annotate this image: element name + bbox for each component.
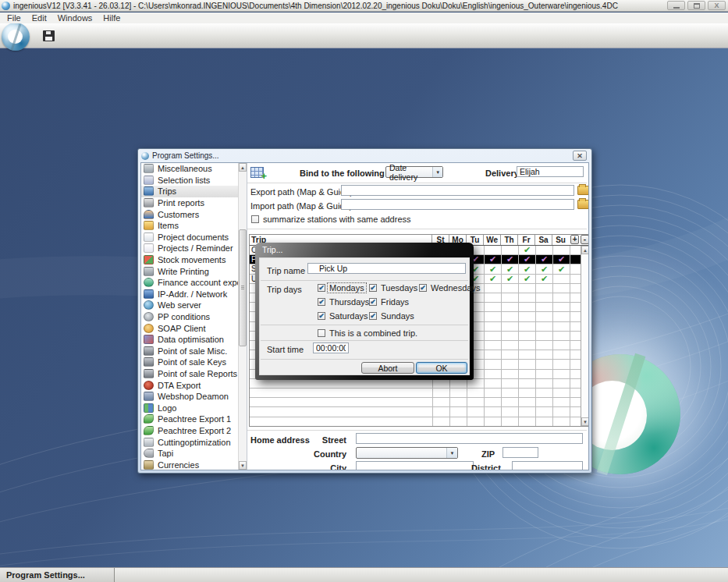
menu-edit[interactable]: Edit (28, 13, 54, 23)
city-input[interactable] (356, 461, 474, 470)
checkbox-box[interactable]: ✔ (369, 312, 377, 320)
sidebar-item-cuttingoptimization[interactable]: Cuttingoptimization (141, 436, 238, 448)
sidebar-item-soap-client[interactable]: SOAP Client (141, 322, 238, 334)
checkbox-box[interactable]: ✔ (318, 312, 325, 320)
day-checkbox-thursdays[interactable]: ✔Thursdays (318, 297, 371, 307)
abort-button[interactable]: Abort (361, 362, 414, 374)
trip-day-cell-sa[interactable]: ✔ (535, 275, 552, 283)
sidebar-item-finance-account-export[interactable]: Finance account export (141, 277, 238, 289)
scroll-up-icon[interactable]: ▲ (239, 163, 247, 172)
grid-scroll-up-icon[interactable]: ▲ (581, 246, 588, 254)
trip-day-cell-fr[interactable]: ✔ (518, 255, 535, 264)
sidebar-item-customers[interactable]: Customers (141, 208, 238, 220)
trip-day-cell-sa[interactable]: ✔ (535, 255, 552, 264)
trip-day-cell-we[interactable]: ✔ (484, 275, 501, 283)
sidebar-item-dta-export[interactable]: DTA Export (141, 379, 238, 391)
sidebar-item-peachtree-export-1[interactable]: Peachtree Export 1 (141, 413, 238, 425)
sidebar-item-point-of-sale-reports[interactable]: Point of sale Reports (141, 368, 238, 380)
trip-day-cell-fr[interactable]: ✔ (518, 275, 535, 283)
day-checkbox-sundays[interactable]: ✔Sundays (369, 311, 416, 321)
checkbox-box[interactable]: ✔ (369, 284, 377, 292)
trip-day-cell-th[interactable]: ✔ (501, 264, 518, 273)
sidebar-item-point-of-sale-keys[interactable]: Point of sale Keys (141, 357, 238, 368)
trip-day-cell-we[interactable]: ✔ (484, 264, 501, 273)
trip-day-cell-fr[interactable]: ✔ (518, 246, 535, 254)
sidebar-item-stock-movements[interactable]: Stock movements (141, 254, 238, 266)
day-checkbox-fridays[interactable]: ✔Fridays (369, 297, 410, 307)
day-checkbox-saturdays[interactable]: ✔Saturdays (318, 311, 370, 321)
street-input[interactable] (356, 433, 583, 444)
sidebar-scrollbar[interactable]: ▲ ▼ (238, 163, 247, 470)
scroll-down-icon[interactable]: ▼ (239, 461, 247, 470)
sidebar-item-projects-reminder[interactable]: Projects / Reminder (141, 243, 238, 254)
trip-day-cell-th[interactable]: ✔ (501, 255, 518, 264)
trip-name-input[interactable] (307, 263, 466, 274)
checkbox-box[interactable]: ✔ (318, 298, 325, 306)
sidebar-item-print-reports[interactable]: Print reports (141, 197, 238, 209)
day-checkbox-tuesdays[interactable]: ✔Tuesdays (369, 283, 419, 293)
trip-day-cell-su[interactable]: ✔ (552, 255, 570, 264)
country-dropdown[interactable]: ▼ (356, 447, 458, 459)
delivery-input[interactable] (517, 166, 584, 177)
settings-close-button[interactable]: ✕ (573, 151, 587, 161)
sidebar-item-write-printing[interactable]: Write Printing (141, 265, 238, 277)
sidebar-item-tapi[interactable]: Tapi (141, 448, 238, 460)
checkbox-box[interactable]: ✔ (369, 298, 377, 306)
add-trip-button[interactable]: + (570, 235, 579, 244)
sidebar-item-logo[interactable]: Logo (141, 402, 238, 413)
close-button[interactable]: X (708, 1, 726, 10)
trip-day-cell-sa[interactable]: ✔ (535, 264, 552, 273)
summarize-checkbox-box[interactable] (251, 215, 259, 223)
checkbox-box[interactable]: ✔ (419, 284, 427, 292)
trip-day-cell-sa[interactable] (535, 246, 552, 254)
minimize-button[interactable] (667, 1, 685, 10)
sidebar-item-trips[interactable]: Trips (141, 186, 238, 197)
menu-hilfe[interactable]: Hilfe (99, 13, 127, 23)
settings-titlebar[interactable]: Program Settings... ✕ (138, 149, 591, 161)
day-checkbox-wednesdays[interactable]: ✔Wednesdays (419, 283, 481, 293)
sidebar-item-point-of-sale-misc-[interactable]: Point of sale Misc. (141, 346, 238, 357)
trip-day-cell-th[interactable]: ✔ (501, 275, 518, 283)
sidebar-item-ip-addr-network[interactable]: IP-Addr. / Network (141, 289, 238, 300)
sidebar-item-peachtree-export-2[interactable]: Peachtree Export 2 (141, 425, 238, 437)
bind-date-dropdown[interactable]: Date delivery ▼ (385, 166, 443, 178)
trip-day-cell-su[interactable] (552, 275, 570, 283)
sidebar-item-data-optimisation[interactable]: Data optimisation (141, 334, 238, 346)
trip-day-cell-fr[interactable]: ✔ (518, 264, 535, 273)
export-path-input[interactable] (341, 185, 574, 196)
export-folder-icon[interactable] (577, 186, 588, 195)
trip-day-cell-su[interactable] (552, 246, 570, 254)
combined-trip-checkbox-box[interactable] (318, 329, 325, 337)
ok-button[interactable]: OK (416, 362, 467, 374)
scrollbar-thumb[interactable] (239, 229, 247, 346)
grid-scroll-down-icon[interactable]: ▼ (581, 417, 588, 426)
combined-trip-checkbox[interactable]: This is a combined trip. (318, 328, 419, 338)
zip-input[interactable] (502, 447, 538, 458)
menu-file[interactable]: File (3, 13, 28, 23)
start-time-input[interactable] (313, 342, 349, 353)
district-input[interactable] (512, 461, 583, 470)
trip-day-cell-th[interactable] (501, 246, 518, 254)
remove-trip-button[interactable]: - (581, 235, 588, 244)
sidebar-item-pp-conditions[interactable]: PP conditions (141, 311, 238, 323)
import-path-input[interactable] (341, 199, 574, 210)
import-folder-icon[interactable] (577, 200, 588, 209)
trip-day-cell-su[interactable]: ✔ (552, 264, 570, 273)
trip-day-cell-we[interactable]: ✔ (484, 255, 501, 264)
summarize-checkbox[interactable]: summarize stations with same address (251, 215, 413, 224)
sidebar-item-currencies[interactable]: Currencies (141, 459, 238, 470)
sidebar-item-project-documents[interactable]: Project documents (141, 232, 238, 243)
sidebar-item-webshop-deamon[interactable]: Webshop Deamon (141, 391, 238, 403)
trip-day-cell-we[interactable] (484, 246, 501, 254)
day-checkbox-mondays[interactable]: ✔Mondays (318, 283, 366, 293)
grid-scrollbar[interactable]: ▲ ▼ (581, 246, 588, 426)
sidebar-item-selection-lists[interactable]: Selection lists (141, 175, 238, 186)
trip-day-cell-we (484, 303, 501, 311)
menu-windows[interactable]: Windows (54, 13, 100, 23)
maximize-button[interactable] (687, 1, 705, 10)
sidebar-item-items[interactable]: Items (141, 220, 238, 232)
sidebar-item-miscellaneous[interactable]: Miscellaneous (141, 163, 238, 175)
sidebar-item-web-server[interactable]: Web server (141, 300, 238, 311)
checkbox-box[interactable]: ✔ (318, 284, 325, 292)
save-icon[interactable] (43, 30, 55, 41)
